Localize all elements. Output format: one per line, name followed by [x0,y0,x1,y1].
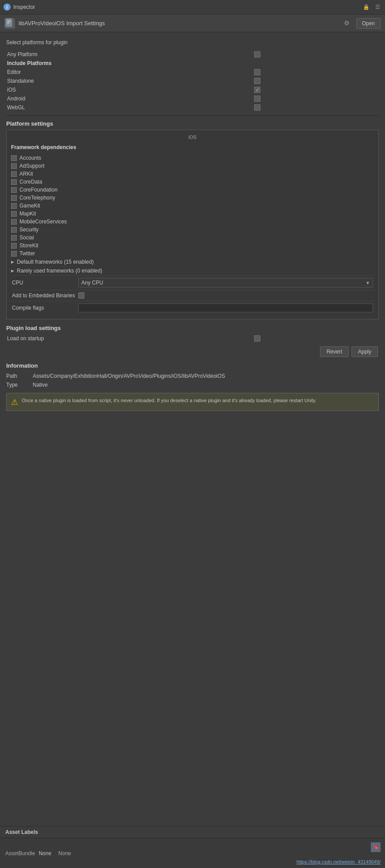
title-bar-title: Inspector [13,4,35,10]
framework-mobilecoreservices: MobileCoreServices [11,218,374,226]
bookmark-icon-container: 🔖 [371,842,381,852]
adsupport-checkbox[interactable] [11,163,17,169]
rarely-used-label: Rarely used frameworks (0 enabled) [17,268,102,274]
divider-1 [6,115,379,116]
mapkit-label: MapKit [19,211,36,217]
cpu-value: Any CPU ▼ [78,278,373,288]
lock-icon[interactable]: 🔒 [362,3,370,11]
default-frameworks-label: Default frameworks (15 enabled) [17,259,94,265]
mapkit-checkbox[interactable] [11,211,17,217]
gear-icon[interactable]: ⚙ [344,19,352,27]
ios-checkbox[interactable] [254,87,260,93]
platform-row-ios: iOS [6,85,379,94]
revert-button[interactable]: Revert [320,346,349,357]
webgl-checkbox[interactable] [254,104,260,111]
cpu-dropdown[interactable]: Any CPU ▼ [78,278,373,288]
android-label: Android [7,96,25,102]
warning-icon: ⚠ [11,397,18,407]
social-checkbox[interactable] [11,235,17,241]
warning-box: ⚠ Once a native plugin is loaded from sc… [6,393,379,411]
any-platform-checkbox[interactable] [254,51,260,58]
asset-bundle-label-2: None [58,850,71,856]
asset-labels-bar: Asset Labels [0,826,385,838]
standalone-label: Standalone [7,78,34,84]
platform-row-editor: Editor [6,68,379,77]
compile-flags-input[interactable] [78,303,373,312]
menu-icon[interactable]: ☰ [374,3,381,11]
framework-twitter: Twitter [11,250,374,257]
framework-adsupport: AdSupport [11,162,374,170]
embedded-checkbox[interactable] [78,292,84,299]
plugin-load-settings-title: Plugin load settings [6,325,379,331]
information-title: Information [6,362,379,369]
accounts-checkbox[interactable] [11,155,17,161]
rarely-used-triangle: ▶ [11,269,14,273]
svg-rect-3 [7,23,9,24]
cpu-dropdown-arrow: ▼ [366,280,370,285]
gamekit-checkbox[interactable] [11,203,17,209]
gamekit-label: GameKit [19,203,40,209]
asset-bundle-row-2: None [58,850,71,856]
twitter-checkbox[interactable] [11,251,17,257]
warning-text: Once a native plugin is loaded from scri… [22,397,316,404]
compile-flags-row: Compile flags [11,301,374,315]
platform-row-standalone: Standalone [6,77,379,85]
bookmark-icon[interactable]: 🔖 [371,842,381,852]
platform-row-any: Any Platform [6,50,379,59]
include-platforms-label: Include Platforms [7,60,52,66]
apply-button[interactable]: Apply [351,346,378,357]
svg-rect-1 [7,20,11,21]
bottom-left: AssetBundle None None [5,850,71,856]
asset-labels-title: Asset Labels [5,829,38,835]
main-content: Select platforms for plugin Any Platform… [0,32,385,415]
information-section: Information Path Assets/Company/Exhibiti… [6,362,379,411]
cpu-label: CPU [12,280,78,286]
platform-row-webgl: WebGL [6,103,379,112]
action-row: Revert Apply [6,343,379,361]
info-path-row: Path Assets/Company/ExhibitionHall/Origi… [6,372,379,380]
open-button[interactable]: Open [356,18,381,29]
svg-rect-2 [7,22,11,23]
header-left: libAVProVideoiOS Import Settings [4,18,105,29]
security-checkbox[interactable] [11,227,17,233]
android-checkbox[interactable] [254,96,260,102]
storekit-label: StoreKit [19,242,38,249]
storekit-checkbox[interactable] [11,243,17,249]
twitter-label: Twitter [19,250,35,257]
rarely-used-row[interactable]: ▶ Rarely used frameworks (0 enabled) [11,266,374,275]
path-value: Assets/Company/ExhibitionHall/Origin/AVP… [33,373,225,379]
coretelephony-label: CoreTelephony [19,195,55,201]
file-icon [4,18,15,29]
title-bar-right: 🔒 ☰ [362,3,381,11]
coredata-label: CoreData [19,179,42,185]
platform-row-include: Include Platforms [6,59,379,68]
type-value: Native [33,382,48,388]
compile-flags-input-container [78,303,373,312]
load-on-startup-label: Load on startup [7,335,44,342]
path-label: Path [6,373,33,379]
title-bar-left: i Inspector [4,4,362,11]
bottom-link[interactable]: https://blog.csdn.net/weixin_43149049/ [297,859,381,864]
framework-accounts: Accounts [11,154,374,162]
embedded-binaries-label: Add to Embedded Binaries [12,292,78,299]
mobilecoreservices-label: MobileCoreServices [19,219,67,225]
coredata-checkbox[interactable] [11,179,17,185]
load-on-startup-checkbox[interactable] [254,335,260,342]
cpu-row: CPU Any CPU ▼ [11,275,374,290]
accounts-label: Accounts [19,155,41,161]
arkit-checkbox[interactable] [11,171,17,177]
framework-storekit: StoreKit [11,242,374,250]
corefoundation-checkbox[interactable] [11,187,17,193]
framework-mapkit: MapKit [11,210,374,218]
standalone-checkbox[interactable] [254,78,260,84]
asset-bundle-row: AssetBundle None [5,850,51,856]
compile-flags-label: Compile flags [12,305,78,311]
editor-checkbox[interactable] [254,69,260,75]
any-platform-label: Any Platform [7,51,38,58]
default-frameworks-row[interactable]: ▶ Default frameworks (15 enabled) [11,257,374,266]
coretelephony-checkbox[interactable] [11,195,17,201]
mobilecoreservices-checkbox[interactable] [11,219,17,225]
asset-bundle-label: AssetBundle [5,850,35,856]
title-bar: i Inspector 🔒 ☰ [0,0,385,15]
platform-settings-title: Platform settings [6,120,379,127]
